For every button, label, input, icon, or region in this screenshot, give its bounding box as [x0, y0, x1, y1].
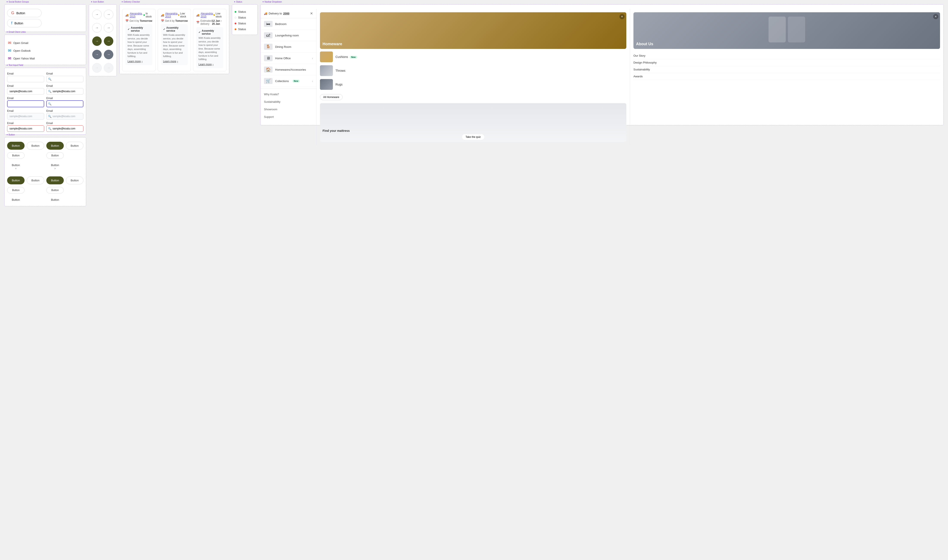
nav-item-bedroom[interactable]: 🛏 Bedroom: [260, 18, 316, 30]
btn-outline-1[interactable]: Button: [27, 142, 44, 150]
navbar-close-button[interactable]: ✕: [310, 11, 313, 15]
rugs-label: Rugs: [335, 83, 343, 86]
nav-item-homeoffice-label: Home Office: [275, 57, 291, 60]
input-group-9: Email: [7, 122, 44, 132]
email-input-9[interactable]: [7, 125, 44, 132]
email-input-3[interactable]: [7, 88, 44, 95]
yahoo-icon: ✉: [8, 56, 11, 61]
email-input-6[interactable]: [46, 100, 83, 107]
status-label-4: Status: [238, 28, 246, 31]
about-link-story[interactable]: Our Story: [633, 52, 940, 59]
delivery-location-1[interactable]: 🚚 Alexandria, 2015: [125, 12, 143, 18]
learn-more-1[interactable]: Learn more ›: [128, 60, 150, 63]
nav-item-collections[interactable]: 🛒 Collections New ›: [260, 75, 316, 87]
all-homeware-button[interactable]: All Homeware: [320, 94, 343, 100]
about-us-label: About Us: [636, 42, 653, 46]
quiz-button[interactable]: Take the quiz: [462, 134, 484, 140]
section-label-social: Social Button Groups: [6, 1, 29, 3]
icon-btn-arrow-3[interactable]: →: [92, 23, 102, 32]
btn-outline-2[interactable]: Button: [66, 142, 83, 150]
homeware-close-button[interactable]: ✕: [619, 14, 625, 19]
dining-icon: 🪑: [264, 44, 272, 50]
icon-btn-medium-1[interactable]: →: [92, 50, 102, 59]
homeware-item-throws[interactable]: Throws: [320, 65, 626, 76]
input-group-8: Email 🔍: [46, 109, 83, 120]
btn-primary-1[interactable]: Button: [7, 142, 25, 150]
btn-text-3[interactable]: Button: [7, 196, 25, 203]
google-button[interactable]: G Button: [7, 9, 42, 17]
status-dot-2: [178, 14, 179, 16]
icon-btn-medium-2[interactable]: →: [104, 50, 113, 59]
btn-outline-3[interactable]: Button: [27, 176, 44, 185]
status-gray-dot: [235, 17, 236, 18]
btn-outline-sm-1[interactable]: Button: [7, 152, 25, 159]
nav-item-dining[interactable]: 🪑 Dining Room: [260, 41, 316, 52]
nav-item-dining-label: Dining Room: [275, 45, 291, 48]
delivery-postcode[interactable]: 2000: [283, 12, 289, 15]
nav-link-sustainability[interactable]: Sustainability: [260, 98, 316, 106]
gmail-link[interactable]: ✉ Open Gmail: [7, 39, 83, 47]
btn-primary-3[interactable]: Button: [7, 176, 25, 185]
btn-text-1[interactable]: Button ›: [7, 162, 25, 172]
homeware-item-cushions[interactable]: Cushions New: [320, 51, 626, 62]
icon-btn-arrow-2[interactable]: →: [104, 10, 113, 19]
btn-primary-4[interactable]: Button: [46, 176, 64, 185]
input-group-3: Email: [7, 85, 44, 95]
nav-left-panel: 🚚 Delivery to 2000 ✕ 🛏 Bedroom 🛋: [260, 9, 317, 145]
facebook-button[interactable]: f Button: [7, 19, 42, 27]
section-label-input: Text Input Field: [6, 64, 23, 66]
outlook-link[interactable]: ✉ Open Outlook: [7, 47, 83, 54]
email-input-10[interactable]: [46, 125, 83, 132]
btn-outline-sm-2[interactable]: Button: [46, 152, 64, 159]
delivery-location-3[interactable]: 🚚 Alexandria, 2015: [196, 12, 214, 18]
delivery-location-2[interactable]: 🚚 Alexandria, 2015: [161, 12, 178, 18]
learn-more-2[interactable]: Learn more ›: [163, 60, 186, 63]
bedroom-icon: 🛏: [264, 21, 272, 27]
learn-more-3[interactable]: Learn more ›: [199, 63, 221, 66]
email-input-2[interactable]: [46, 76, 83, 82]
btn-outline-sm-4[interactable]: Button: [46, 187, 64, 194]
btn-outline-sm-3[interactable]: Button: [7, 187, 25, 194]
nav-item-lounge[interactable]: 🛋 Lounge/living room: [260, 30, 316, 41]
status-red-dot: [235, 23, 236, 24]
homeware-panel: ✕ Homeware Cushions New: [317, 9, 630, 145]
nav-item-homewares[interactable]: 🏠 Homewares/Accessories: [260, 64, 316, 75]
yahoo-link-text: Open Yahoo Mail: [13, 57, 35, 60]
navbar-dropdown: 🚚 Delivery to 2000 ✕ 🛏 Bedroom 🛋: [260, 9, 943, 125]
section-label-delivery: Delivery Checker: [121, 1, 140, 3]
chevron-right-icon-2: ›: [312, 80, 313, 83]
nav-link-support[interactable]: Support: [260, 113, 316, 121]
about-link-sustainability[interactable]: Sustainability: [633, 66, 940, 73]
mattress-card: Find your mattress Take the quiz: [320, 103, 626, 142]
icon-btn-arrow-1[interactable]: →: [92, 10, 102, 19]
nav-link-showroom[interactable]: Showroom: [260, 106, 316, 113]
outlook-icon: ✉: [8, 48, 11, 53]
about-close-button[interactable]: ✕: [933, 14, 938, 19]
email-input-4[interactable]: [46, 88, 83, 95]
email-input-5[interactable]: [7, 100, 44, 107]
btn-text-2[interactable]: Button ›: [46, 162, 64, 172]
about-link-design[interactable]: Design Philosophy: [633, 59, 940, 66]
mattress-title: Find your mattress: [323, 129, 350, 132]
gmail-link-text: Open Gmail: [13, 42, 28, 45]
throws-label: Throws: [335, 69, 345, 72]
btn-primary-2[interactable]: Button: [46, 142, 64, 150]
delivery-card-2: 🚚 Alexandria, 2015 Low stock 📅 Get it by: [158, 9, 191, 71]
yahoo-link[interactable]: ✉ Open Yahoo Mail: [7, 54, 83, 62]
nav-item-homeoffice[interactable]: 🖥 Home Office ›: [260, 52, 316, 64]
icon-btn-arrow-4[interactable]: →: [104, 23, 113, 32]
nav-link-why[interactable]: Why Koala?: [260, 91, 316, 98]
calendar-icon-1: 📅: [125, 19, 129, 22]
homeware-item-rugs[interactable]: Rugs: [320, 79, 626, 90]
about-link-awards[interactable]: Awards: [633, 73, 940, 80]
facebook-button-label: Button: [14, 22, 23, 25]
homeware-hero-image: ✕ Homeware: [320, 12, 626, 49]
icon-btn-disabled-1: →: [92, 63, 102, 72]
btn-outline-4[interactable]: Button: [66, 176, 83, 185]
btn-text-4[interactable]: Button: [46, 196, 64, 203]
cushions-badge: New: [350, 56, 357, 58]
icon-btn-dark-1[interactable]: →: [92, 36, 102, 46]
email-input-1[interactable]: [7, 76, 44, 82]
email-input-7: [7, 113, 44, 120]
icon-btn-dark-2[interactable]: →: [104, 36, 113, 46]
